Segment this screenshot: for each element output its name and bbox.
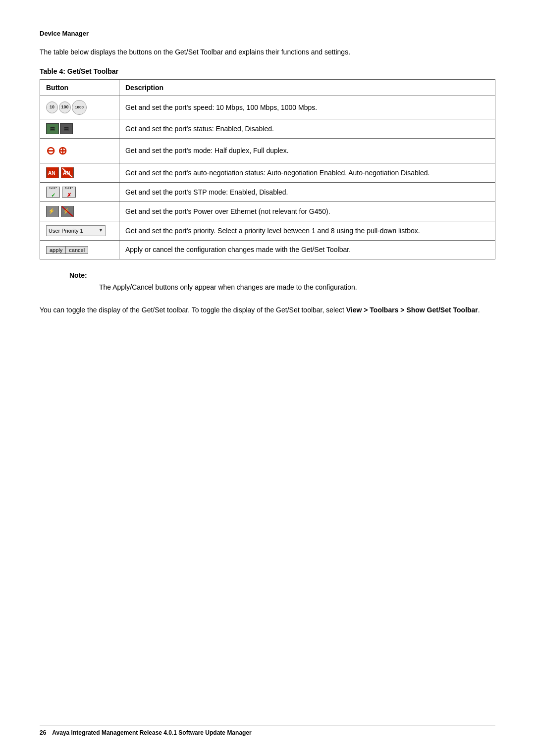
col-button: Button [40,80,119,96]
note-label: Note: [69,271,495,279]
priority-dropdown-arrow-icon: ▼ [99,227,103,234]
table-row: User Priority 1 ▼ Get and set the port's… [40,221,495,241]
svg-text:AN: AN [48,170,55,176]
cancel-button[interactable]: cancel [66,246,88,254]
poe-enabled-icon: ⚡ [46,206,59,217]
svg-text:⚡: ⚡ [48,207,55,214]
duplex-icons: ⊖ ⊕ [46,143,113,159]
table-row: Get and set the port's status: Enabled, … [40,119,495,139]
getset-toolbar-table: Button Description 10 100 1000 Get and s… [40,79,495,259]
svg-rect-3 [51,129,54,130]
footer-page-number: 26 [40,729,46,736]
svg-rect-2 [51,127,54,128]
section-header: Device Manager [40,30,495,37]
status-enabled-icon [46,123,59,134]
note-text: The Apply/Cancel buttons only appear whe… [99,282,495,293]
table-caption: Table 4: Get/Set Toolbar [40,67,495,75]
apply-button[interactable]: apply [46,246,66,254]
stp-description: Get and set the port's STP mode: Enabled… [119,183,495,202]
speed-buttons: 10 100 1000 [46,100,113,115]
col-description: Description [119,80,495,96]
status-disabled-icon [60,123,73,134]
autoneg-icons: AN AN [46,167,113,178]
stp-disabled-icon: STP ✗ [62,187,76,198]
priority-label: User Priority 1 [49,227,97,235]
status-description: Get and set the port's status: Enabled, … [119,119,495,139]
toggle-bold-text: View > Toolbars > Show Get/Set Toolbar [346,306,478,314]
full-duplex-icon: ⊕ [58,143,67,159]
stp-icons: STP ✓ STP ✗ [46,187,113,198]
autoneg-description: Get and set the port's auto-negotiation … [119,163,495,183]
speed-description: Get and set the port's speed: 10 Mbps, 1… [119,96,495,119]
table-row: ⊖ ⊕ Get and set the port's mode: Half du… [40,139,495,163]
svg-rect-6 [64,127,68,128]
footer-product-name: Avaya Integrated Management Release 4.0.… [52,729,251,736]
toggle-text-after: . [478,306,480,314]
toggle-text-before: You can toggle the display of the Get/Se… [40,306,346,314]
page-footer: 26 Avaya Integrated Management Release 4… [40,725,495,736]
poe-disabled-icon: ⚡ [61,206,74,217]
table-row: 10 100 1000 Get and set the port's speed… [40,96,495,119]
svg-rect-7 [64,129,68,130]
note-section: Note: The Apply/Cancel buttons only appe… [40,271,495,293]
user-priority-dropdown[interactable]: User Priority 1 ▼ [46,225,106,236]
table-row: apply cancel Apply or cancel the configu… [40,241,495,259]
apply-cancel-group: apply cancel [46,246,113,254]
table-row: ⚡ ⚡ Get and set the port's Power over Et… [40,202,495,221]
stp-enabled-icon: STP ✓ [46,187,60,198]
intro-text: The table below displays the buttons on … [40,47,495,57]
speed-100-icon: 100 [59,101,71,113]
status-icons [46,123,113,134]
poe-description: Get and set the port's Power over Ethern… [119,202,495,221]
poe-icons: ⚡ ⚡ [46,206,113,217]
half-duplex-icon: ⊖ [46,143,55,159]
table-row: STP ✓ STP ✗ Get and set the port's STP m… [40,183,495,202]
priority-description: Get and set the port's priority. Select … [119,221,495,241]
autoneg-disabled-icon: AN [61,167,74,178]
duplex-description: Get and set the port's mode: Half duplex… [119,139,495,163]
apply-description: Apply or cancel the configuration change… [119,241,495,259]
speed-1000-icon: 1000 [72,100,87,115]
speed-10-icon: 10 [46,101,58,113]
svg-text:AN: AN [63,170,70,176]
autoneg-enabled-icon: AN [46,167,59,178]
toggle-text: You can toggle the display of the Get/Se… [40,304,495,315]
table-row: AN AN Get and set the port's auto-negoti… [40,163,495,183]
